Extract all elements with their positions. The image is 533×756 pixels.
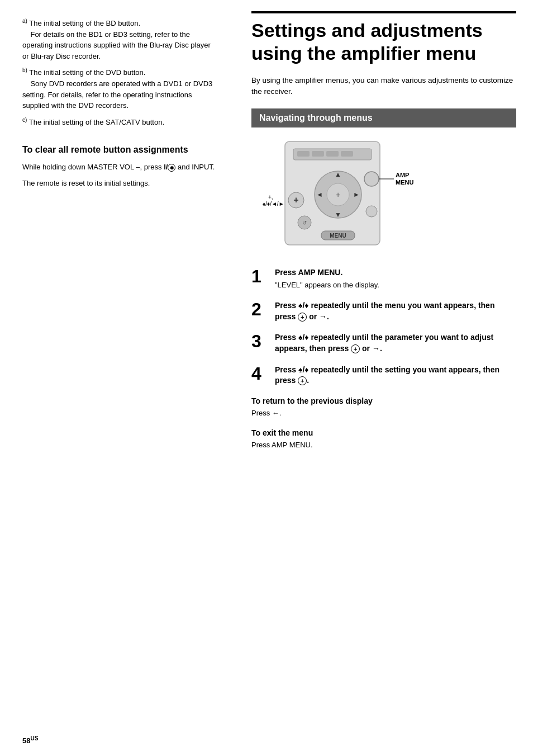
svg-rect-5 [341,151,353,157]
step-4-content: Press ♠/♦ repeatedly until the setting y… [275,365,516,386]
page-title: Settings and adjustments using the ampli… [251,11,516,65]
step-2-content: Press ♠/♦ repeatedly until the menu you … [275,300,516,322]
svg-point-17 [364,172,379,186]
svg-text:►: ► [353,191,360,199]
step-4-number: 4 [251,365,267,382]
footnote-a: a) The initial setting of the BD button.… [22,17,218,62]
to-exit-body: Press AMP MENU. [251,440,516,451]
step-3-content: Press ♠/♦ repeatedly until the parameter… [275,332,516,354]
footnote-a-sup: a) [22,18,27,24]
clear-body-1: While holding down MASTER VOL –, press I… [22,162,218,173]
svg-text:+: + [336,190,340,199]
svg-rect-2 [297,151,310,157]
svg-text:+: + [293,195,298,205]
footnote-c-sup: c) [22,117,27,123]
to-return-body: Press ←. [251,408,516,419]
footnotes-section: a) The initial setting of the BD button.… [22,17,218,127]
clear-section-body: While holding down MASTER VOL –, press I… [22,162,218,190]
step-1-content: Press AMP MENU. "LEVEL" appears on the d… [275,267,516,290]
footnote-a-text: The initial setting of the BD button. Fo… [22,19,211,60]
step-4: 4 Press ♠/♦ repeatedly until the setting… [251,365,516,386]
svg-text:AMP: AMP [396,172,409,178]
step-3-number: 3 [251,332,267,350]
to-return-title: To return to the previous display [251,396,516,405]
to-exit-title: To exit the menu [251,428,516,437]
svg-rect-3 [312,151,324,157]
step-4-title: Press ♠/♦ repeatedly until the setting y… [275,365,516,386]
svg-text:↺: ↺ [302,220,307,226]
step-3-title: Press ♠/♦ repeatedly until the parameter… [275,332,516,354]
to-exit-section: To exit the menu Press AMP MENU. [251,428,516,451]
to-return-section: To return to the previous display Press … [251,396,516,419]
footnote-b-sup: b) [22,67,27,73]
svg-point-23 [366,206,377,217]
nav-heading-banner: Navigating through menus [251,108,516,127]
step-3: 3 Press ♠/♦ repeatedly until the paramet… [251,332,516,354]
step-2-title: Press ♠/♦ repeatedly until the menu you … [275,300,516,322]
step-1: 1 Press AMP MENU. "LEVEL" appears on the… [251,267,516,290]
footnote-b-text: The initial setting of the DVD button. S… [22,69,212,110]
svg-text:▼: ▼ [335,211,341,219]
clear-section-heading: To clear all remote button assignments [22,144,218,156]
page-number: 58US [22,735,38,745]
svg-text:▲: ▲ [335,171,341,178]
step-1-number: 1 [251,267,267,285]
step-2: 2 Press ♠/♦ repeatedly until the menu yo… [251,300,516,322]
remote-diagram: + +, ♠/♦/◄/► + ▲ ▼ ◄ ► [251,139,516,256]
step-1-title: Press AMP MENU. [275,267,516,278]
svg-text:♠/♦/◄/►: ♠/♦/◄/► [263,201,284,207]
svg-text:MENU: MENU [396,179,413,186]
step-2-number: 2 [251,300,267,318]
remote-svg: + +, ♠/♦/◄/► + ▲ ▼ ◄ ► [251,139,447,256]
svg-text:◄: ◄ [316,191,323,199]
footnote-c-text: The initial setting of the SAT/CATV butt… [29,118,164,126]
step-1-sub: "LEVEL" appears on the display. [275,280,516,291]
svg-text:+,: +, [268,194,273,200]
footnote-c: c) The initial setting of the SAT/CATV b… [22,116,218,128]
footnote-b: b) The initial setting of the DVD button… [22,66,218,111]
svg-text:MENU: MENU [330,233,346,239]
clear-body-2: The remote is reset to its initial setti… [22,178,218,190]
intro-text: By using the amplifier menus, you can ma… [251,75,516,98]
svg-rect-4 [326,151,339,157]
